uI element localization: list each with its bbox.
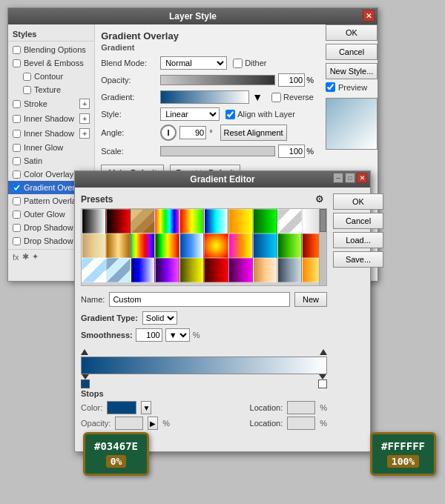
preview-checkbox[interactable]: [326, 82, 335, 92]
preset-checker2[interactable]: [277, 209, 302, 233]
inner-glow-checkbox[interactable]: [13, 144, 21, 152]
ls-ok-button[interactable]: OK: [326, 24, 378, 41]
sidebar-item-blending[interactable]: Blending Options: [8, 43, 94, 56]
preset-green[interactable]: [253, 209, 277, 233]
gradient-dropdown-icon[interactable]: ▼: [252, 91, 263, 103]
presets-grid[interactable]: [81, 208, 327, 286]
inner-shadow-2-add-icon[interactable]: +: [79, 128, 90, 139]
blend-mode-select[interactable]: Normal: [160, 56, 227, 70]
opacity-stop-right[interactable]: [320, 349, 327, 357]
sidebar-item-satin[interactable]: Satin: [8, 154, 94, 168]
ge-ok-button[interactable]: OK: [333, 193, 383, 210]
preset-sky[interactable]: [179, 233, 204, 258]
preset-red[interactable]: [204, 258, 228, 282]
sidebar-item-stroke[interactable]: Stroke +: [8, 96, 94, 111]
opacity-location-input[interactable]: [287, 417, 315, 430]
color-stop-left[interactable]: [81, 374, 90, 388]
gradient-thumb[interactable]: [160, 90, 249, 104]
ge-load-button[interactable]: Load...: [333, 232, 383, 248]
opacity-dropdown-button[interactable]: ▶: [148, 417, 158, 430]
angle-dial[interactable]: [160, 125, 177, 141]
preset-checker-blue[interactable]: [82, 258, 106, 282]
sidebar-item-inner-shadow-1[interactable]: Inner Shadow +: [8, 111, 94, 126]
presets-scrollbar-thumb[interactable]: [320, 209, 326, 232]
reset-alignment-button[interactable]: Reset Alignment: [220, 125, 287, 141]
close-button[interactable]: ✕: [357, 173, 367, 183]
preset-orange-yellow[interactable]: [228, 209, 253, 233]
drop-shadow-1-checkbox[interactable]: [13, 224, 21, 232]
stroke-checkbox[interactable]: [13, 100, 21, 108]
sidebar-item-contour[interactable]: Contour: [8, 70, 94, 83]
gradient-preview-bar[interactable]: [81, 357, 327, 374]
preset-blue-cyan[interactable]: [204, 209, 228, 233]
smoothness-select[interactable]: ▼: [165, 328, 190, 342]
name-input[interactable]: [109, 292, 290, 307]
color-swatch[interactable]: [107, 401, 136, 414]
contour-checkbox[interactable]: [23, 73, 31, 81]
sidebar-item-inner-shadow-2[interactable]: Inner Shadow +: [8, 126, 94, 141]
preset-rygb[interactable]: [179, 209, 204, 233]
inner-shadow-1-add-icon[interactable]: +: [79, 113, 90, 124]
bevel-checkbox[interactable]: [13, 59, 21, 67]
fx-plus-icon[interactable]: ✦: [32, 252, 39, 262]
preset-sunset[interactable]: [228, 233, 253, 258]
outer-glow-checkbox[interactable]: [13, 210, 21, 219]
smoothness-input[interactable]: [136, 328, 162, 342]
opacity-input[interactable]: [278, 73, 305, 87]
preset-radial1[interactable]: [204, 233, 228, 258]
opacity-stop-left[interactable]: [81, 349, 88, 357]
preset-gold[interactable]: [253, 258, 277, 282]
type-select[interactable]: Solid: [142, 311, 177, 325]
sidebar-item-texture[interactable]: Texture: [8, 83, 94, 96]
color-dropdown-button[interactable]: ▼: [141, 401, 151, 414]
preset-rainbow[interactable]: [155, 209, 179, 233]
scale-slider[interactable]: [160, 146, 275, 156]
dither-checkbox[interactable]: [233, 59, 243, 68]
gradient-overlay-checkbox[interactable]: [13, 184, 21, 192]
preset-checker-blue2[interactable]: [106, 258, 131, 282]
preset-bw[interactable]: [82, 209, 106, 233]
minimize-button[interactable]: ─: [333, 173, 343, 183]
ls-new-style-button[interactable]: New Style...: [326, 63, 378, 79]
pattern-overlay-checkbox[interactable]: [13, 197, 21, 205]
stroke-add-icon[interactable]: +: [79, 99, 90, 109]
preset-heat[interactable]: [155, 233, 179, 258]
color-stop-right[interactable]: [318, 374, 327, 388]
preset-purple[interactable]: [155, 258, 179, 282]
reverse-checkbox[interactable]: [271, 93, 281, 102]
texture-checkbox[interactable]: [23, 86, 31, 94]
ge-cancel-button[interactable]: Cancel: [333, 213, 383, 229]
preset-copper2[interactable]: [106, 233, 131, 258]
angle-input[interactable]: [179, 126, 206, 139]
opacity-slider[interactable]: [160, 75, 275, 85]
preset-black-red[interactable]: [106, 209, 131, 233]
style-select[interactable]: Linear: [160, 107, 220, 121]
maximize-button[interactable]: □: [345, 173, 355, 183]
inner-shadow-1-checkbox[interactable]: [13, 115, 21, 123]
inner-shadow-2-checkbox[interactable]: [13, 130, 21, 138]
ls-cancel-button[interactable]: Cancel: [326, 44, 378, 60]
fx-star-icon[interactable]: ✱: [22, 252, 29, 262]
preset-steel[interactable]: [277, 258, 302, 282]
opacity-value-input[interactable]: [115, 417, 143, 430]
sidebar-item-inner-glow[interactable]: Inner Glow: [8, 141, 94, 154]
new-button[interactable]: New: [294, 292, 327, 307]
preset-spectrum[interactable]: [131, 233, 155, 258]
location-input[interactable]: [287, 401, 315, 414]
drop-shadow-2-checkbox[interactable]: [13, 237, 21, 245]
satin-checkbox[interactable]: [13, 157, 21, 165]
ge-save-button[interactable]: Save...: [333, 251, 383, 268]
preset-blue-white[interactable]: [131, 258, 155, 282]
preset-magenta[interactable]: [228, 258, 253, 282]
align-layer-checkbox[interactable]: [225, 110, 235, 119]
preset-copper[interactable]: [82, 233, 106, 258]
gear-icon[interactable]: ⚙: [315, 193, 327, 205]
layer-style-close-button[interactable]: ✕: [363, 10, 375, 21]
blending-checkbox[interactable]: [13, 46, 21, 54]
color-overlay-checkbox[interactable]: [13, 170, 21, 179]
sidebar-item-bevel[interactable]: Bevel & Emboss: [8, 56, 94, 70]
preset-lime[interactable]: [277, 233, 302, 258]
preset-ocean[interactable]: [253, 233, 277, 258]
presets-scrollbar[interactable]: [319, 209, 326, 285]
preset-checker1[interactable]: [131, 209, 155, 233]
